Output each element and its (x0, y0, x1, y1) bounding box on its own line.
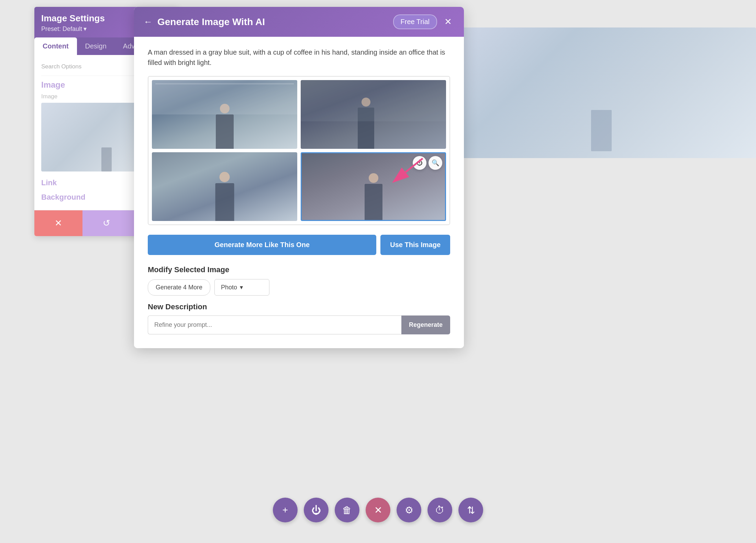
cancel-button[interactable]: ✕ (34, 210, 82, 236)
use-image-icon-btn[interactable]: ⏻ (413, 156, 426, 170)
free-trial-badge[interactable]: Free Trial (393, 14, 437, 29)
modify-title: Modify Selected Image (148, 265, 450, 274)
bottom-toolbar: + ⏻ 🗑 ✕ ⚙ ⏱ ⇅ (273, 498, 483, 522)
grid-image-1[interactable] (152, 80, 297, 149)
photo-style-select[interactable]: Photo ▾ (214, 279, 269, 296)
reset-button[interactable]: ↺ (82, 210, 131, 236)
modal-header: ← Generate Image With AI Free Trial ✕ (134, 7, 464, 37)
panel-preset[interactable]: Preset: Default ▾ (41, 25, 105, 33)
tab-content[interactable]: Content (34, 37, 77, 55)
grid-image-4[interactable]: ⏻ 🔍 (301, 152, 446, 221)
image-grid: ⏻ 🔍 (148, 76, 450, 225)
modal-back-icon[interactable]: ← (144, 16, 153, 27)
use-this-image-button[interactable]: Use This Image (380, 235, 450, 255)
image-overlay: ⏻ 🔍 (413, 156, 442, 170)
modal-title: Generate Image With AI (157, 16, 265, 27)
new-description-section: New Description Regenerate (148, 302, 450, 334)
toolbar-settings-button[interactable]: ⚙ (397, 498, 421, 522)
toolbar-close-button[interactable]: ✕ (366, 498, 390, 522)
modal-grid-container: ⏻ 🔍 (148, 76, 450, 225)
prompt-text: A man dressed in a gray blue suit, with … (148, 47, 450, 68)
refine-prompt-input[interactable] (148, 315, 401, 334)
generate-4-more-button[interactable]: Generate 4 More (148, 279, 210, 296)
toolbar-history-button[interactable]: ⏱ (427, 498, 452, 522)
generate-more-button[interactable]: Generate More Like This One (148, 235, 376, 255)
grid-image-2[interactable] (301, 80, 446, 149)
toolbar-trash-button[interactable]: 🗑 (335, 498, 359, 522)
regenerate-button[interactable]: Regenerate (401, 315, 450, 334)
modal-header-right: Free Trial ✕ (393, 14, 454, 29)
background-office-image (447, 27, 756, 158)
modal-body: A man dressed in a gray blue suit, with … (134, 37, 464, 348)
modify-section: Modify Selected Image Generate 4 More Ph… (148, 265, 450, 296)
desc-input-row: Regenerate (148, 315, 450, 334)
ai-modal: ← Generate Image With AI Free Trial ✕ A … (134, 7, 464, 348)
modal-close-button[interactable]: ✕ (442, 16, 454, 28)
grid-image-3[interactable] (152, 152, 297, 221)
action-buttons: Generate More Like This One Use This Ima… (148, 235, 450, 255)
panel-title: Image Settings (41, 13, 105, 24)
tab-design[interactable]: Design (77, 37, 115, 55)
panel-header-info: Image Settings Preset: Default ▾ (41, 13, 105, 33)
zoom-image-icon-btn[interactable]: 🔍 (429, 156, 442, 170)
modal-header-left: ← Generate Image With AI (144, 16, 265, 27)
toolbar-add-button[interactable]: + (273, 498, 298, 522)
toolbar-power-button[interactable]: ⏻ (304, 498, 329, 522)
toolbar-sliders-button[interactable]: ⇅ (458, 498, 483, 522)
modify-controls: Generate 4 More Photo ▾ (148, 279, 450, 296)
new-desc-title: New Description (148, 302, 450, 311)
